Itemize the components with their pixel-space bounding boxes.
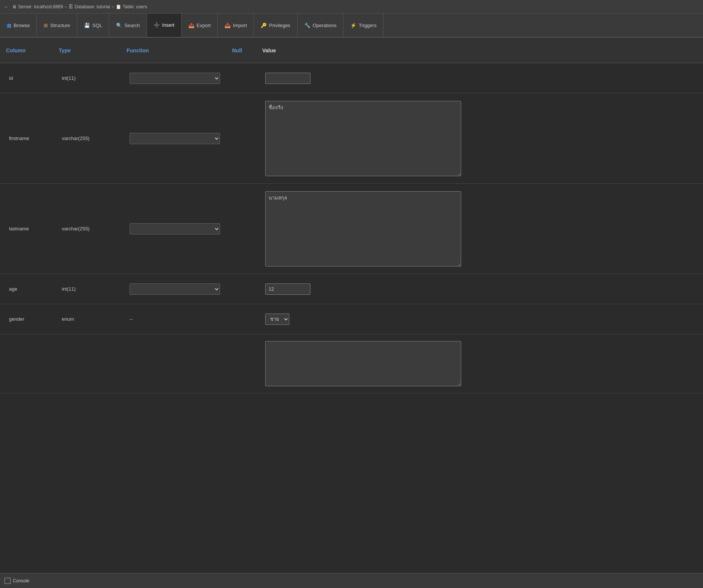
row-id-value[interactable] <box>262 71 697 85</box>
row-age-function[interactable] <box>127 282 232 296</box>
server-label: Server: localhost:8889 <box>18 4 63 9</box>
header-null: Null <box>232 47 262 53</box>
row-lastname-textarea[interactable]: นามสกุล <box>265 191 461 267</box>
row-gender-value-select[interactable]: ชาย หญิง <box>265 314 289 325</box>
sql-label: SQL <box>92 23 102 28</box>
row-age-column: age <box>6 285 59 293</box>
tab-privileges[interactable]: 🔑 Privileges <box>254 14 297 37</box>
tab-browse[interactable]: ▦ Browse <box>0 14 37 37</box>
extra-value-textarea[interactable] <box>265 341 461 386</box>
back-button[interactable]: ← <box>4 4 9 10</box>
row-firstname-function-select[interactable] <box>130 133 220 144</box>
row-gender-null <box>232 318 262 321</box>
extra-column <box>6 340 59 343</box>
tab-sql[interactable]: 💾 SQL <box>77 14 109 37</box>
row-id-column: id <box>6 74 59 82</box>
table-row <box>0 334 703 393</box>
triggers-icon: ⚡ <box>350 23 356 28</box>
console-icon <box>5 578 11 584</box>
search-icon: 🔍 <box>116 23 122 28</box>
operations-label: Operations <box>313 23 337 28</box>
row-firstname-null <box>232 137 262 140</box>
tab-bar: ▦ Browse ⊞ Structure 💾 SQL 🔍 Search ➕ In… <box>0 14 703 38</box>
browser-bar: ← 🖥 Server: localhost:8889 » 🗄 Database:… <box>0 0 703 14</box>
extra-null <box>232 340 262 343</box>
tab-export[interactable]: 📤 Export <box>182 14 218 37</box>
row-age-null <box>232 288 262 291</box>
table-row: age int(11) <box>0 274 703 304</box>
search-label: Search <box>124 23 140 28</box>
sql-icon: 💾 <box>84 23 90 28</box>
header-function: Function <box>127 47 232 53</box>
database-icon: 🗄 <box>69 4 73 9</box>
insert-label: Insert <box>162 22 174 28</box>
triggers-label: Triggers <box>359 23 376 28</box>
tab-operations[interactable]: 🔧 Operations <box>298 14 344 37</box>
tab-triggers[interactable]: ⚡ Triggers <box>344 14 384 37</box>
row-id-type: int(11) <box>59 74 127 82</box>
row-lastname-function-select[interactable] <box>130 223 220 235</box>
table-label: Table: users <box>123 4 147 9</box>
row-id-null <box>232 77 262 80</box>
table-row: id int(11) <box>0 63 703 93</box>
breadcrumb: 🖥 Server: localhost:8889 » 🗄 Database: t… <box>12 4 147 9</box>
operations-icon: 🔧 <box>304 23 310 28</box>
row-gender-column: gender <box>6 315 59 323</box>
header-type: Type <box>59 47 127 53</box>
structure-icon: ⊞ <box>44 23 48 28</box>
table-row: lastname varchar(255) นามสกุล <box>0 184 703 274</box>
structure-label: Structure <box>50 23 70 28</box>
extra-function <box>127 340 232 343</box>
database-label: Database: tutorial <box>75 4 110 9</box>
header-column: Column <box>6 47 59 53</box>
row-lastname-function[interactable] <box>127 222 232 236</box>
extra-value[interactable] <box>262 340 697 388</box>
console-label: Console <box>13 578 29 583</box>
row-id-function[interactable] <box>127 71 232 85</box>
browse-icon: ▦ <box>7 23 11 28</box>
row-gender-value[interactable]: ชาย หญิง <box>262 312 697 326</box>
row-firstname-value[interactable]: ชื่อจริง <box>262 99 697 178</box>
row-gender-type: enum <box>59 315 127 323</box>
row-firstname-function[interactable] <box>127 131 232 146</box>
row-age-value-input[interactable] <box>265 283 310 295</box>
tab-insert[interactable]: ➕ Insert <box>147 14 182 37</box>
row-id-value-input[interactable] <box>265 73 310 84</box>
import-icon: 📥 <box>225 23 231 28</box>
tab-structure[interactable]: ⊞ Structure <box>37 14 77 37</box>
privileges-label: Privileges <box>269 23 290 28</box>
row-age-value[interactable] <box>262 282 697 296</box>
breadcrumb-sep-2: » <box>112 4 114 9</box>
row-id-function-select[interactable] <box>130 73 220 84</box>
console-bar[interactable]: Console <box>0 573 703 588</box>
row-lastname-null <box>232 227 262 230</box>
browse-label: Browse <box>14 23 30 28</box>
table-icon: 📋 <box>116 4 121 9</box>
row-lastname-type: varchar(255) <box>59 224 127 233</box>
export-label: Export <box>197 23 211 28</box>
row-lastname-value[interactable]: นามสกุล <box>262 190 697 268</box>
header-value: Value <box>262 47 697 53</box>
row-firstname-textarea[interactable]: ชื่อจริง <box>265 101 461 176</box>
import-label: Import <box>233 23 247 28</box>
table-row: firstname varchar(255) ชื่อจริง <box>0 93 703 184</box>
tab-import[interactable]: 📥 Import <box>218 14 254 37</box>
row-gender-dash: -- <box>130 316 133 322</box>
column-headers: Column Type Function Null Value <box>0 38 703 63</box>
row-firstname-type: varchar(255) <box>59 134 127 143</box>
breadcrumb-sep-1: » <box>64 4 67 9</box>
privileges-icon: 🔑 <box>261 23 267 28</box>
server-icon: 🖥 <box>12 4 17 9</box>
row-age-type: int(11) <box>59 285 127 293</box>
row-lastname-column: lastname <box>6 224 59 233</box>
tab-search[interactable]: 🔍 Search <box>109 14 147 37</box>
extra-type <box>59 340 127 343</box>
export-icon: 📤 <box>188 23 194 28</box>
row-firstname-column: firstname <box>6 134 59 143</box>
table-row: gender enum -- ชาย หญิง <box>0 304 703 334</box>
row-gender-function: -- <box>127 315 232 323</box>
row-age-function-select[interactable] <box>130 283 220 295</box>
insert-icon: ➕ <box>154 22 160 28</box>
